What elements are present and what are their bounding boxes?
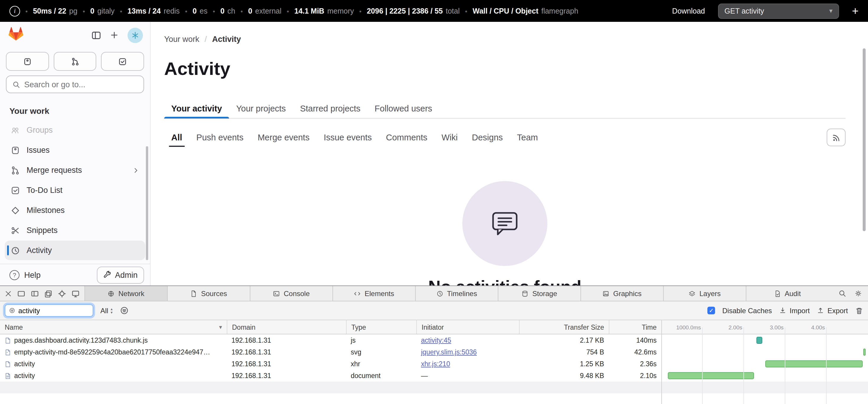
filter-all[interactable]: All — [164, 127, 189, 148]
console-icon — [273, 290, 280, 297]
clear-network-trash-icon[interactable] — [855, 306, 863, 315]
metric-pg[interactable]: 50ms / 22pg — [33, 7, 78, 15]
metric-flamegraph[interactable]: Wall / CPU / Objectflamegraph — [473, 7, 578, 15]
sidebar-item-snippets[interactable]: Snippets — [5, 221, 145, 240]
rss-feed-button[interactable] — [827, 129, 845, 146]
add-request-button[interactable]: + — [852, 5, 859, 16]
inspector-tab-sources[interactable]: Sources — [167, 286, 250, 301]
network-filter-input[interactable] — [18, 306, 89, 315]
import-button[interactable]: Import — [779, 306, 810, 315]
info-icon[interactable]: i — [9, 6, 20, 16]
tab-followed-users[interactable]: Followed users — [368, 99, 439, 118]
breadcrumb-your-work[interactable]: Your work — [164, 34, 199, 43]
gitlab-logo[interactable] — [8, 27, 24, 44]
network-request-row[interactable]: empty-activity-md-8e592259c4a20bae620177… — [0, 346, 868, 358]
disable-caches-checkbox[interactable]: ✓ — [708, 307, 715, 314]
dot-separator: • — [359, 7, 362, 14]
admin-button[interactable]: Admin — [97, 266, 144, 283]
sidebar-scrollbar[interactable] — [146, 146, 148, 260]
network-request-row[interactable]: pages.dashboard.activity.123d7483.chunk.… — [0, 334, 868, 346]
inspector-tab-bar: Network Sources Console Elements Timelin… — [0, 286, 868, 301]
waterfall-bar[interactable] — [863, 348, 866, 356]
filter-wiki[interactable]: Wiki — [434, 127, 465, 148]
tab-your-projects[interactable]: Your projects — [229, 99, 293, 118]
waterfall-bar[interactable] — [668, 372, 754, 379]
sidebar-item-groups[interactable]: Groups — [5, 120, 145, 140]
network-filter-field[interactable] — [5, 304, 93, 317]
file-document-icon — [5, 372, 11, 379]
waterfall-bar[interactable] — [766, 360, 863, 367]
inspector-tab-audit[interactable]: Audit — [746, 286, 829, 301]
inspector-tab-storage[interactable]: Storage — [498, 286, 581, 301]
new-item-plus-icon[interactable] — [110, 31, 119, 39]
request-selector[interactable]: GET activity ▾ — [718, 3, 839, 19]
sidebar-item-merge-requests[interactable]: Merge requests — [5, 160, 145, 180]
request-name: activity — [14, 372, 35, 379]
network-request-row[interactable]: activity 192.168.1.31 xhr xhr.js:210 1.2… — [0, 358, 868, 370]
dock-side-icon[interactable] — [31, 289, 39, 298]
sidebar-item-todo-list[interactable]: To-Do List — [5, 180, 145, 200]
column-header-time[interactable]: Time — [609, 320, 661, 334]
inspector-tab-graphics[interactable]: Graphics — [581, 286, 663, 301]
initiator-link[interactable]: xhr.js:210 — [421, 360, 450, 367]
column-header-type[interactable]: Type — [346, 320, 416, 334]
todo-shortcut-button[interactable] — [101, 52, 144, 71]
inspector-tab-layers[interactable]: Layers — [663, 286, 746, 301]
grouping-options-icon[interactable] — [120, 306, 128, 315]
inspector-tab-console[interactable]: Console — [250, 286, 333, 301]
inspect-element-icon[interactable] — [58, 289, 66, 298]
empty-row-stripe — [0, 393, 868, 404]
metric-external[interactable]: 0external — [248, 7, 281, 15]
issues-shortcut-button[interactable] — [6, 52, 49, 71]
column-header-transfer-size[interactable]: Transfer Size — [519, 320, 609, 334]
metric-total[interactable]: 2096 | 2225 | 2386 / 55total — [367, 7, 460, 15]
initiator-link[interactable]: activity:45 — [421, 337, 451, 344]
sidebar-item-issues[interactable]: Issues — [5, 140, 145, 160]
filter-issue-events[interactable]: Issue events — [316, 127, 379, 148]
column-header-domain[interactable]: Domain — [227, 320, 346, 334]
main-scrollbar[interactable] — [863, 48, 866, 231]
filter-comments[interactable]: Comments — [379, 127, 434, 148]
filter-team[interactable]: Team — [510, 127, 545, 148]
filter-merge-events[interactable]: Merge events — [251, 127, 317, 148]
collapse-sidebar-icon[interactable] — [92, 30, 101, 40]
merge-requests-shortcut-button[interactable] — [54, 52, 96, 71]
tab-starred-projects[interactable]: Starred projects — [293, 99, 368, 118]
initiator-link[interactable]: jquery.slim.js:5036 — [421, 348, 477, 356]
filter-designs[interactable]: Designs — [465, 127, 510, 148]
undock-icon[interactable] — [17, 289, 25, 298]
export-button[interactable]: Export — [817, 306, 848, 315]
sidebar-item-label: Merge requests — [27, 166, 82, 175]
tab-your-activity[interactable]: Your activity — [164, 99, 229, 118]
sidebar-item-milestones[interactable]: Milestones — [5, 201, 145, 220]
help-link[interactable]: Help — [24, 270, 41, 279]
sidebar-item-label: To-Do List — [27, 186, 63, 195]
sidebar-item-activity[interactable]: Activity — [5, 241, 145, 260]
separate-window-icon[interactable] — [44, 289, 53, 298]
metric-memory[interactable]: 14.1 MiBmemory — [294, 7, 354, 15]
inspector-tab-network[interactable]: Network — [85, 286, 167, 301]
metric-gitaly[interactable]: 0gitaly — [90, 7, 115, 15]
inspector-search-icon[interactable] — [838, 290, 846, 297]
inspector-settings-gear-icon[interactable] — [855, 290, 862, 297]
request-domain: 192.168.1.31 — [227, 358, 346, 370]
avatar[interactable] — [128, 27, 143, 43]
column-header-initiator[interactable]: Initiator — [416, 320, 519, 334]
close-devtools-icon[interactable] — [5, 290, 12, 297]
dot-separator: • — [213, 7, 215, 14]
waterfall-bar[interactable] — [756, 337, 762, 344]
download-link[interactable]: Download — [672, 7, 705, 15]
resource-scope-select[interactable]: All ▴▾ — [100, 306, 113, 315]
column-header-name[interactable]: Name ▾ — [0, 320, 227, 334]
sidebar-item-label: Issues — [27, 146, 50, 155]
inspector-tab-timelines[interactable]: Timelines — [415, 286, 498, 301]
inspector-tab-elements[interactable]: Elements — [333, 286, 415, 301]
updown-chevrons-icon: ▴▾ — [111, 307, 113, 314]
filter-push-events[interactable]: Push events — [189, 127, 251, 148]
metric-redis[interactable]: 13ms / 24redis — [128, 7, 180, 15]
search-input[interactable]: Search or go to... — [6, 75, 144, 93]
network-request-row[interactable]: activity 192.168.1.31 document — 9.48 KB… — [0, 370, 868, 381]
metric-es[interactable]: 0es — [192, 7, 207, 15]
metric-ch[interactable]: 0ch — [220, 7, 235, 15]
responsive-mode-icon[interactable] — [71, 289, 80, 298]
